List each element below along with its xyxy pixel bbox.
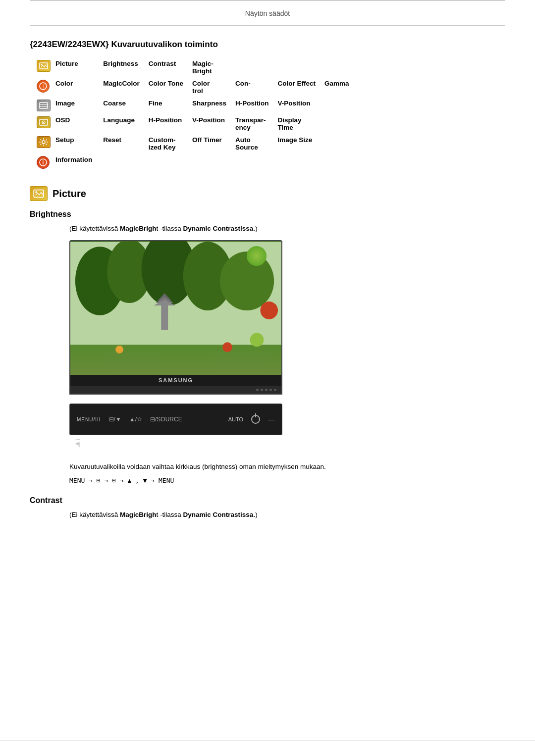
- osd-auto-label: AUTO: [228, 416, 243, 422]
- contrast-item: Contrast: [147, 57, 190, 77]
- dot4: [269, 389, 272, 391]
- table-row: Setup Reset Custom-ized Key Off Timer Au…: [35, 134, 356, 153]
- osd-dash: —: [268, 415, 275, 423]
- top-rule: [30, 0, 505, 0]
- page-container: Näytön säädöt {2243EW/2243EWX} Kuvaruutu…: [0, 0, 535, 756]
- picture-section-header: Picture: [30, 186, 505, 201]
- osd-icon: [37, 116, 51, 128]
- contrast-note-middle: t -tilassa: [157, 511, 183, 518]
- language-item: Language: [101, 114, 147, 134]
- con-item: Con-: [233, 77, 276, 97]
- color-icon: [37, 80, 50, 93]
- monitor-image-container: SAMSUNG: [69, 240, 505, 395]
- note-middle: t -tilassa: [157, 225, 183, 232]
- note-suffix: .): [253, 225, 257, 232]
- reset-item: Reset: [101, 134, 147, 153]
- page-title: Näytön säädöt: [30, 4, 505, 26]
- osd-power-btn: [251, 415, 260, 424]
- svg-rect-24: [70, 345, 281, 374]
- magiccolor-item: MagicColor: [101, 77, 147, 97]
- page-title-text: Näytön säädöt: [245, 9, 290, 17]
- sharpness-item: Sharpness: [190, 97, 233, 114]
- information-label: Information: [54, 153, 101, 171]
- svg-point-1: [41, 64, 43, 65]
- note-bold2: Dynamic Contrastissa: [183, 225, 254, 232]
- vposition2-item: V-Position: [190, 114, 233, 134]
- osd-btn3: ⊟/SOURCE: [150, 416, 182, 423]
- colortone-item: Color Tone: [147, 77, 190, 97]
- brightness-item: Brightness: [101, 57, 147, 77]
- dot5: [274, 389, 276, 391]
- displaytime-item: DisplayTime: [276, 114, 323, 134]
- picture-icon-cell: [35, 57, 54, 77]
- setup-label: Setup: [54, 134, 101, 153]
- image-label: Image: [54, 97, 101, 114]
- table-row: Picture Brightness Contrast Magic-Bright: [35, 57, 356, 77]
- image-icon: [37, 100, 51, 111]
- dot3: [265, 389, 268, 391]
- main-heading: {2243EW/2243EWX} Kuvaruutuvalikon toimin…: [30, 40, 505, 50]
- info-icon: i: [37, 156, 50, 169]
- customizedkey-item: Custom-ized Key: [147, 134, 190, 153]
- dot1: [256, 389, 259, 391]
- note-prefix: (Ei käytettävissä: [69, 225, 120, 232]
- svg-point-27: [250, 333, 264, 347]
- setup-icon-cell: [35, 134, 54, 153]
- color-trol-item: Colortrol: [190, 77, 233, 97]
- brand-text: SAMSUNG: [159, 377, 193, 383]
- svg-point-9: [42, 141, 45, 144]
- image-icon-cell: [35, 97, 54, 114]
- setup-icon: [37, 136, 51, 148]
- brightness-note: (Ei käytettävissä MagicBright -tilassa D…: [69, 225, 505, 232]
- picture-label: Picture: [54, 57, 101, 77]
- fine-item: Fine: [147, 97, 190, 114]
- brightness-heading: Brightness: [30, 210, 505, 219]
- table-row: i Information: [35, 153, 356, 171]
- monitor-brand-bar: SAMSUNG: [70, 375, 281, 386]
- table-row: Image Coarse Fine Sharpness H-Position V…: [35, 97, 356, 114]
- menu-table: Picture Brightness Contrast Magic-Bright…: [35, 57, 356, 171]
- autosource-item: AutoSource: [233, 134, 276, 153]
- osd-menu-label: MENU/III: [77, 417, 101, 422]
- svg-point-8: [43, 122, 44, 123]
- info-icon-cell: i: [35, 153, 54, 171]
- coloreffect-item: Color Effect: [276, 77, 323, 97]
- imagesize-item: Image Size: [276, 134, 323, 153]
- transparency-item: Transpar-ency: [233, 114, 276, 134]
- osd-bar-container: MENU/III ⊟/▼ ▲/☆ ⊟/SOURCE AUTO — ☟: [69, 403, 505, 450]
- coarse-item: Coarse: [101, 97, 147, 114]
- picture-section-icon: [30, 186, 48, 201]
- svg-point-13: [35, 191, 37, 193]
- vposition-item: V-Position: [276, 97, 323, 114]
- svg-point-28: [260, 302, 278, 319]
- hposition2-item: H-Position: [147, 114, 190, 134]
- table-row: OSD Language H-Position V-Position Trans…: [35, 114, 356, 134]
- color-icon-cell: [35, 77, 54, 97]
- brightness-description: Kuvaruutuvalikoilla voidaan vaihtaa kirk…: [69, 462, 505, 472]
- color-label: Color: [54, 77, 101, 97]
- monitor-mock: SAMSUNG: [69, 240, 282, 395]
- osd-bar: MENU/III ⊟/▼ ▲/☆ ⊟/SOURCE AUTO —: [69, 403, 282, 435]
- contrast-heading: Contrast: [30, 496, 505, 505]
- gamma-item: Gamma: [322, 77, 356, 97]
- picture-section-title: Picture: [53, 188, 86, 200]
- contrast-note-bold1: MagicBrigh: [120, 511, 157, 518]
- contrast-note-bold2: Dynamic Contrastissa: [183, 511, 254, 518]
- svg-point-26: [222, 342, 232, 352]
- bottom-rule: [0, 741, 535, 741]
- hposition-item: H-Position: [233, 97, 276, 114]
- osd-btn2: ▲/☆: [129, 416, 142, 423]
- osd-icon-cell: [35, 114, 54, 134]
- contrast-note-suffix: .): [253, 511, 257, 518]
- osd-label: OSD: [54, 114, 101, 134]
- osd-btn1: ⊟/▼: [109, 416, 121, 423]
- picture-icon: [37, 60, 51, 72]
- svg-text:i: i: [43, 160, 44, 165]
- contrast-note-prefix: (Ei käytettävissä: [69, 511, 120, 518]
- dot2: [261, 389, 263, 391]
- magicbright-item: Magic-Bright: [190, 57, 233, 77]
- contrast-note: (Ei käytettävissä MagicBright -tilassa D…: [69, 511, 505, 518]
- table-row: Color MagicColor Color Tone Colortrol Co…: [35, 77, 356, 97]
- svg-point-25: [115, 346, 123, 353]
- svg-rect-3: [40, 102, 48, 108]
